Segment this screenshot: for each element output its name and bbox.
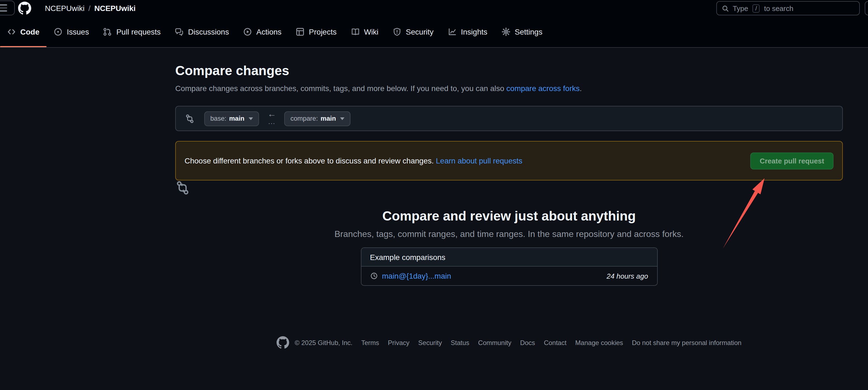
github-logo[interactable] xyxy=(18,2,31,15)
tab-label: Insights xyxy=(461,27,487,36)
footer-link-contact[interactable]: Contact xyxy=(544,339,566,346)
site-footer: © 2025 GitHub, Inc. Terms Privacy Securi… xyxy=(175,336,843,349)
compare-across-forks-link[interactable]: compare across forks xyxy=(506,84,580,93)
breadcrumb-owner-link[interactable]: NCEPUwiki xyxy=(45,4,85,12)
issue-icon xyxy=(54,27,62,36)
footer-link-docs[interactable]: Docs xyxy=(520,339,535,346)
footer-link-terms[interactable]: Terms xyxy=(361,339,379,346)
tab-label: Discussions xyxy=(188,27,229,36)
main-content: Compare changes Compare changes across b… xyxy=(0,62,868,349)
wiki-book-icon xyxy=(351,27,360,36)
footer-link-do-not-share[interactable]: Do not share my personal information xyxy=(632,339,742,346)
header-cutoff-button[interactable] xyxy=(865,1,868,16)
footer-link-manage-cookies[interactable]: Manage cookies xyxy=(575,339,623,346)
tab-settings[interactable]: Settings xyxy=(495,17,550,47)
range-direction-indicator: ← ... xyxy=(266,113,278,124)
page-title: Compare changes xyxy=(175,62,843,79)
security-shield-icon xyxy=(393,27,401,36)
github-mark-icon xyxy=(18,2,31,15)
base-label: base: xyxy=(210,115,226,122)
hero-subtitle: Branches, tags, commit ranges, and time … xyxy=(175,229,843,239)
page-description: Compare changes across branches, commits… xyxy=(175,83,843,93)
tab-security[interactable]: Security xyxy=(385,17,441,47)
tab-label: Security xyxy=(406,27,433,36)
search-placeholder-suffix: to search xyxy=(764,4,794,12)
github-compare-page: NCEPUwiki / NCEPUwiki Type / to search C… xyxy=(0,0,868,390)
github-footer-logo-icon xyxy=(277,336,289,349)
footer-link-privacy[interactable]: Privacy xyxy=(388,339,410,346)
example-comparisons-card: Example comparisons main@{1day}...main 2… xyxy=(361,247,657,286)
example-comparison-link[interactable]: main@{1day}...main xyxy=(382,272,451,280)
tab-label: Wiki xyxy=(364,27,378,36)
compare-label: compare: xyxy=(290,115,318,122)
code-icon xyxy=(7,27,16,36)
hamburger-menu-button[interactable] xyxy=(0,1,15,16)
tab-issues[interactable]: Issues xyxy=(46,17,96,47)
example-comparison-row[interactable]: main@{1day}...main 24 hours ago xyxy=(361,267,657,285)
actions-play-icon xyxy=(243,27,252,36)
example-comparisons-header: Example comparisons xyxy=(361,248,657,267)
search-input[interactable]: Type / to search xyxy=(716,1,860,16)
tab-label: Pull requests xyxy=(116,27,161,36)
base-branch-dropdown[interactable]: base: main xyxy=(204,111,259,126)
footer-link-community[interactable]: Community xyxy=(478,339,511,346)
blankslate: Compare and review just about anything B… xyxy=(175,180,843,286)
footer-copyright: © 2025 GitHub, Inc. xyxy=(294,339,352,346)
tab-code[interactable]: Code xyxy=(0,17,46,47)
chevron-down-icon xyxy=(340,117,345,120)
tab-projects[interactable]: Projects xyxy=(288,17,344,47)
tab-label: Settings xyxy=(515,27,542,36)
breadcrumb-repo-link[interactable]: NCEPUwiki xyxy=(94,4,135,12)
chevron-down-icon xyxy=(249,117,253,120)
hamburger-icon xyxy=(0,5,7,5)
global-header: NCEPUwiki / NCEPUwiki Type / to search xyxy=(0,0,868,17)
compare-branch-dropdown[interactable]: compare: main xyxy=(284,111,351,126)
branch-range-selector: base: main ← ... compare: main xyxy=(175,106,843,131)
hero-title: Compare and review just about anything xyxy=(175,208,843,224)
identical-branches-notice: Choose different branches or forks above… xyxy=(175,141,843,180)
create-pull-request-button[interactable]: Create pull request xyxy=(750,152,834,169)
footer-link-status[interactable]: Status xyxy=(451,339,469,346)
insights-graph-icon xyxy=(448,27,457,36)
clock-icon xyxy=(370,272,378,280)
discussions-icon xyxy=(175,27,184,36)
slash-keycap: / xyxy=(752,4,760,12)
tab-insights[interactable]: Insights xyxy=(441,17,495,47)
learn-about-pull-requests-link[interactable]: Learn about pull requests xyxy=(436,156,522,165)
tab-label: Issues xyxy=(67,27,89,36)
search-placeholder-prefix: Type xyxy=(733,4,748,12)
breadcrumb-separator: / xyxy=(88,4,91,12)
breadcrumb: NCEPUwiki / NCEPUwiki xyxy=(45,0,135,17)
description-period: . xyxy=(580,84,582,93)
repo-tabs: Code Issues Pull requests Discussions Ac… xyxy=(0,17,868,48)
tab-label: Projects xyxy=(309,27,337,36)
pull-request-icon xyxy=(103,27,112,36)
projects-table-icon xyxy=(296,27,305,36)
footer-link-security[interactable]: Security xyxy=(418,339,442,346)
base-value: main xyxy=(229,115,245,122)
range-dots: ... xyxy=(268,119,275,124)
tab-discussions[interactable]: Discussions xyxy=(168,17,236,47)
git-compare-icon xyxy=(185,114,194,123)
relative-time: 24 hours ago xyxy=(607,272,648,280)
tab-label: Code xyxy=(20,27,39,36)
description-text: Compare changes across branches, commits… xyxy=(175,84,504,93)
tab-actions[interactable]: Actions xyxy=(236,17,288,47)
tab-pull-requests[interactable]: Pull requests xyxy=(96,17,168,47)
search-icon xyxy=(722,5,729,12)
settings-gear-icon xyxy=(502,27,510,36)
tab-label: Actions xyxy=(256,27,281,36)
git-compare-hero-icon xyxy=(175,180,843,195)
left-arrow-icon: ← xyxy=(268,110,276,118)
tab-wiki[interactable]: Wiki xyxy=(344,17,385,47)
compare-value: main xyxy=(321,115,336,122)
notice-text: Choose different branches or forks above… xyxy=(185,156,522,165)
